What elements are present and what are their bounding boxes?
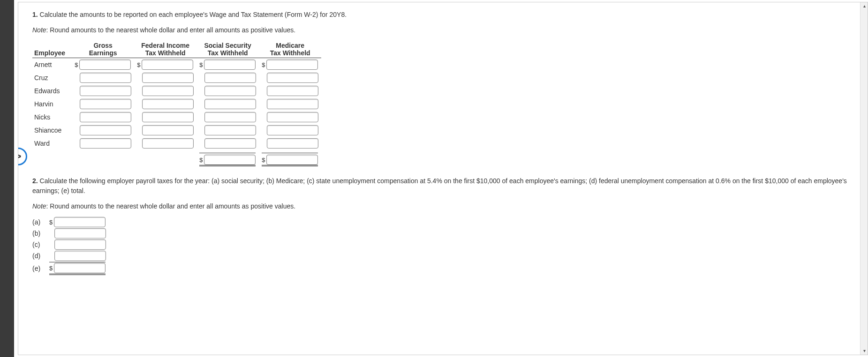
gross-input[interactable] bbox=[79, 60, 131, 70]
answer-input-d[interactable] bbox=[54, 251, 106, 261]
dollar-sign: $ bbox=[137, 61, 140, 68]
question-1-note-text: : Round amounts to the nearest whole dol… bbox=[46, 26, 296, 34]
ss-input[interactable] bbox=[204, 73, 256, 83]
employee-name: Nicks bbox=[32, 111, 72, 124]
table-row: Harvin bbox=[32, 97, 321, 111]
ss-input[interactable] bbox=[204, 86, 256, 96]
gross-input[interactable] bbox=[80, 73, 131, 83]
dollar-sign: $ bbox=[49, 219, 53, 226]
question-1-note: Note: Round amounts to the nearest whole… bbox=[32, 25, 851, 35]
question-2-note-text: : Round amounts to the nearest whole dol… bbox=[46, 202, 296, 210]
col-header-ss: Social Security Tax Withheld bbox=[196, 41, 259, 58]
answer-label: (e) bbox=[32, 265, 46, 272]
question-1-note-label: Note bbox=[32, 26, 46, 34]
question-1-number: 1. bbox=[32, 11, 38, 18]
question-2-text: Calculate the following employer payroll… bbox=[32, 177, 847, 194]
content-panel: > 1. Calculate the amounts to be reporte… bbox=[18, 2, 868, 355]
gross-input[interactable] bbox=[80, 86, 131, 96]
dollar-sign: $ bbox=[199, 61, 203, 68]
table-row: Arnett$$$$ bbox=[32, 58, 321, 72]
col-header-gross: Gross Earnings bbox=[72, 41, 134, 58]
ss-input[interactable] bbox=[204, 112, 256, 122]
dollar-sign: $ bbox=[262, 61, 265, 68]
total-ss-dollar: $ bbox=[199, 156, 203, 164]
total-medicare-input[interactable] bbox=[266, 155, 318, 165]
federal-input[interactable] bbox=[142, 73, 194, 83]
answer-row: (c) bbox=[32, 239, 851, 250]
total-medicare-dollar: $ bbox=[262, 156, 265, 164]
gross-input[interactable] bbox=[80, 138, 131, 149]
w2-table: Employee Gross Earnings Federal Income T… bbox=[32, 41, 321, 168]
employee-name: Edwards bbox=[32, 84, 72, 97]
medicare-input[interactable] bbox=[267, 125, 318, 135]
gross-input[interactable] bbox=[80, 125, 131, 135]
gross-input[interactable] bbox=[80, 112, 131, 122]
employee-name: Arnett bbox=[32, 58, 72, 72]
question-2-note-label: Note bbox=[32, 202, 46, 210]
ss-input[interactable] bbox=[204, 125, 256, 135]
employee-name: Harvin bbox=[32, 97, 72, 111]
vertical-scrollbar[interactable]: ▴ ▾ bbox=[860, 2, 868, 355]
answer-input-c[interactable] bbox=[54, 239, 106, 250]
federal-input[interactable] bbox=[142, 60, 193, 70]
answer-input-a[interactable] bbox=[54, 217, 106, 227]
total-ss-input[interactable] bbox=[204, 155, 256, 165]
question-2-note: Note: Round amounts to the nearest whole… bbox=[32, 201, 851, 211]
federal-input[interactable] bbox=[142, 99, 194, 109]
medicare-input[interactable] bbox=[267, 99, 318, 109]
dollar-sign: $ bbox=[75, 61, 78, 68]
document-body: 1. Calculate the amounts to be reported … bbox=[18, 2, 860, 355]
answer-input-b[interactable] bbox=[54, 228, 106, 238]
col-header-employee: Employee bbox=[32, 41, 72, 58]
scroll-up-arrow-icon[interactable]: ▴ bbox=[860, 2, 868, 10]
question-1-text: Calculate the amounts to be reported on … bbox=[40, 11, 347, 18]
chevron-right-icon: > bbox=[18, 150, 21, 163]
answer-label: (d) bbox=[32, 252, 46, 260]
federal-input[interactable] bbox=[142, 125, 194, 135]
federal-input[interactable] bbox=[142, 138, 194, 149]
question-2-prompt: 2. Calculate the following employer payr… bbox=[32, 176, 851, 196]
employee-name: Ward bbox=[32, 137, 72, 150]
federal-input[interactable] bbox=[142, 86, 194, 96]
medicare-input[interactable] bbox=[267, 73, 318, 83]
question-2-number: 2. bbox=[32, 177, 38, 185]
answer-row: (d) bbox=[32, 251, 851, 261]
answer-input-e[interactable] bbox=[54, 263, 106, 273]
table-row: Ward bbox=[32, 137, 321, 150]
federal-input[interactable] bbox=[142, 112, 194, 122]
scroll-down-arrow-icon[interactable]: ▾ bbox=[860, 347, 868, 355]
employee-name: Shiancoe bbox=[32, 124, 72, 137]
ss-input[interactable] bbox=[204, 99, 256, 109]
answer-row: (b) bbox=[32, 228, 851, 238]
ss-input[interactable] bbox=[204, 138, 256, 149]
left-dark-panel bbox=[0, 0, 14, 357]
col-header-federal: Federal Income Tax Withheld bbox=[134, 41, 196, 58]
ss-input[interactable] bbox=[204, 60, 256, 70]
dollar-sign: $ bbox=[49, 265, 53, 272]
table-row: Edwards bbox=[32, 84, 321, 97]
employee-name: Cruz bbox=[32, 71, 72, 84]
answer-row: (a)$ bbox=[32, 217, 851, 227]
medicare-input[interactable] bbox=[266, 60, 318, 70]
medicare-input[interactable] bbox=[267, 112, 318, 122]
medicare-input[interactable] bbox=[267, 86, 318, 96]
col-header-medicare: Medicare Tax Withheld bbox=[259, 41, 321, 58]
medicare-input[interactable] bbox=[267, 138, 318, 149]
answer-label: (b) bbox=[32, 230, 46, 237]
answer-row: (e)$ bbox=[32, 262, 851, 275]
table-row: Nicks bbox=[32, 111, 321, 124]
answer-label: (c) bbox=[32, 241, 46, 248]
table-row: Cruz bbox=[32, 71, 321, 84]
table-row: Shiancoe bbox=[32, 124, 321, 137]
question-1-prompt: 1. Calculate the amounts to be reported … bbox=[32, 10, 851, 20]
answer-label: (a) bbox=[32, 218, 46, 226]
gross-input[interactable] bbox=[80, 99, 131, 109]
